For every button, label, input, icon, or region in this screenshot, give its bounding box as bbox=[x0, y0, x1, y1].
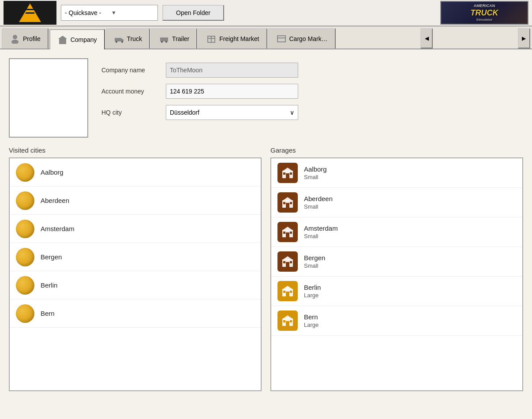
svg-rect-23 bbox=[286, 203, 289, 208]
garages-scroll[interactable]: Aalborg Small Aberdeen Small bbox=[271, 158, 522, 390]
garage-small-icon bbox=[277, 222, 298, 242]
hq-city-chevron-icon: ∨ bbox=[290, 109, 294, 116]
city-name: Bern bbox=[41, 310, 55, 317]
quicksave-dropdown[interactable]: - Quicksave - ▼ bbox=[61, 5, 158, 21]
company-icon bbox=[57, 34, 68, 45]
city-dot-icon bbox=[16, 220, 34, 238]
ats-truck: TRUCK bbox=[471, 8, 498, 18]
game-logo bbox=[4, 1, 56, 25]
svg-rect-29 bbox=[283, 232, 285, 234]
tab-scroll-left[interactable]: ◀ bbox=[420, 28, 433, 49]
garage-city: Amsterdam bbox=[304, 224, 338, 232]
tab-cargo-label: Cargo Mark… bbox=[289, 35, 328, 42]
hq-city-row: HQ city Düsseldorf ∨ bbox=[101, 105, 298, 120]
svg-point-6 bbox=[116, 41, 117, 43]
account-money-input[interactable] bbox=[166, 84, 298, 99]
company-name-input[interactable] bbox=[166, 63, 298, 78]
svg-rect-35 bbox=[290, 261, 292, 263]
svg-rect-30 bbox=[290, 232, 292, 234]
open-folder-button[interactable]: Open Folder bbox=[162, 5, 224, 21]
garage-size: Large bbox=[304, 292, 321, 299]
tab-truck[interactable]: Truck bbox=[106, 28, 150, 49]
logo-inner bbox=[26, 9, 34, 10]
city-dot-icon bbox=[16, 163, 34, 182]
garage-info: Amsterdam Small bbox=[304, 224, 338, 239]
list-item[interactable]: Berlin Large bbox=[271, 277, 522, 306]
visited-cities-column: Visited cities Aalborg Aberdeen Amsterda… bbox=[9, 146, 262, 391]
list-item[interactable]: Aberdeen bbox=[10, 187, 261, 215]
list-item[interactable]: Aberdeen Small bbox=[271, 188, 522, 217]
garage-city: Aberdeen bbox=[304, 195, 333, 202]
garage-large-icon bbox=[277, 281, 298, 301]
svg-point-1 bbox=[11, 40, 19, 44]
svg-rect-8 bbox=[160, 37, 168, 41]
svg-marker-22 bbox=[282, 197, 293, 201]
garage-size: Small bbox=[304, 233, 338, 239]
tab-company-label: Company bbox=[71, 36, 97, 43]
freight-icon bbox=[206, 34, 217, 44]
list-item[interactable]: Berlin bbox=[10, 271, 261, 299]
tab-truck-label: Truck bbox=[127, 35, 142, 42]
company-fields: Company name Account money HQ city Düsse… bbox=[101, 58, 298, 138]
city-name: Bergen bbox=[41, 253, 62, 261]
tab-scroll-right[interactable]: ▶ bbox=[518, 28, 530, 49]
svg-rect-19 bbox=[283, 172, 285, 175]
city-name: Amsterdam bbox=[41, 225, 75, 232]
garage-size: Small bbox=[304, 262, 325, 269]
svg-rect-4 bbox=[115, 38, 121, 41]
city-dot-icon bbox=[16, 276, 34, 295]
account-money-label: Account money bbox=[101, 88, 159, 95]
svg-rect-24 bbox=[283, 202, 285, 204]
garage-small-icon bbox=[277, 163, 298, 183]
garage-info: Bern Large bbox=[304, 313, 318, 328]
city-name: Aalborg bbox=[41, 168, 64, 176]
tab-cargo-market[interactable]: Cargo Mark… bbox=[268, 28, 336, 49]
garage-size: Small bbox=[304, 203, 333, 210]
list-item[interactable]: Aalborg Small bbox=[271, 158, 522, 188]
svg-rect-44 bbox=[283, 320, 285, 322]
svg-rect-18 bbox=[286, 173, 289, 178]
city-dot-icon bbox=[16, 248, 34, 266]
list-item[interactable]: Amsterdam bbox=[10, 215, 261, 243]
city-dot-icon bbox=[16, 191, 34, 210]
list-item[interactable]: Bergen Small bbox=[271, 247, 522, 277]
city-name: Berlin bbox=[41, 281, 57, 289]
tab-profile-label: Profile bbox=[23, 35, 41, 42]
tab-profile[interactable]: Profile bbox=[2, 28, 49, 49]
tab-company[interactable]: Company bbox=[49, 29, 105, 49]
svg-marker-42 bbox=[282, 315, 293, 319]
company-logo-box bbox=[9, 58, 88, 138]
svg-marker-37 bbox=[282, 286, 293, 290]
svg-marker-27 bbox=[282, 227, 293, 231]
city-name: Aberdeen bbox=[41, 197, 69, 204]
list-item[interactable]: Bern Large bbox=[271, 306, 522, 336]
svg-rect-38 bbox=[286, 292, 289, 296]
garage-info: Aberdeen Small bbox=[304, 195, 333, 210]
svg-rect-34 bbox=[283, 261, 285, 263]
svg-rect-14 bbox=[277, 36, 285, 42]
svg-point-7 bbox=[121, 41, 123, 43]
hq-city-value: Düsseldorf bbox=[170, 109, 199, 116]
garages-container: Aalborg Small Aberdeen Small bbox=[270, 157, 523, 391]
tab-freight-market[interactable]: Freight Market bbox=[198, 28, 267, 49]
list-item[interactable]: Aalborg bbox=[10, 158, 261, 187]
account-money-row: Account money bbox=[101, 84, 298, 99]
svg-rect-2 bbox=[59, 38, 66, 44]
logo-triangle bbox=[19, 4, 41, 22]
visited-cities-container: Aalborg Aberdeen Amsterdam Bergen bbox=[9, 157, 262, 391]
company-name-label: Company name bbox=[101, 67, 159, 74]
svg-rect-33 bbox=[286, 262, 289, 267]
ats-logo-text: AMERICAN TRUCK Simulator bbox=[471, 4, 498, 22]
ats-logo: AMERICAN TRUCK Simulator bbox=[440, 1, 528, 25]
list-item[interactable]: Amsterdam Small bbox=[271, 217, 522, 247]
garages-column: Garages Aalborg Small bbox=[270, 146, 523, 391]
list-item[interactable]: Bern bbox=[10, 299, 261, 328]
tab-trailer[interactable]: Trailer bbox=[151, 28, 197, 49]
svg-marker-5 bbox=[121, 38, 124, 41]
list-item[interactable]: Bergen bbox=[10, 243, 261, 271]
garage-size: Small bbox=[304, 174, 327, 180]
visited-cities-scroll[interactable]: Aalborg Aberdeen Amsterdam Bergen bbox=[10, 158, 261, 390]
tab-trailer-label: Trailer bbox=[172, 35, 189, 42]
hq-city-select[interactable]: Düsseldorf ∨ bbox=[166, 105, 298, 120]
garage-info: Berlin Large bbox=[304, 284, 321, 299]
